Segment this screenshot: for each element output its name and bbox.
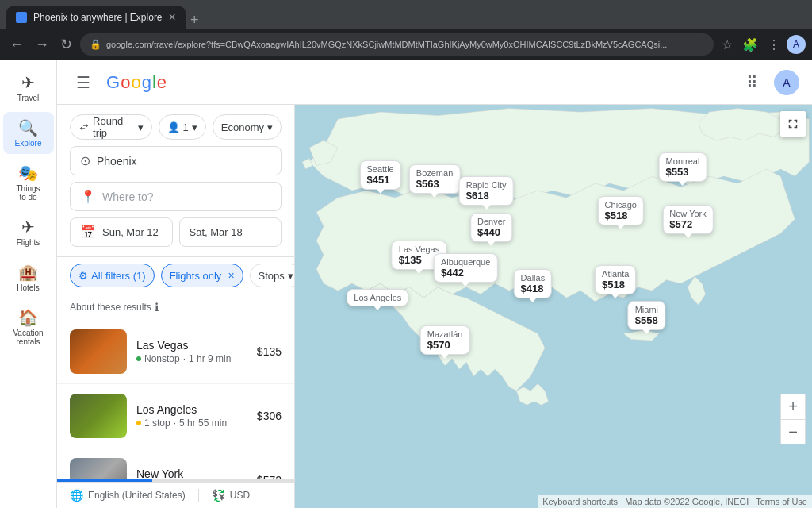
- zoom-out-btn[interactable]: −: [780, 419, 806, 444]
- flight-price-new-york: $572: [257, 474, 282, 479]
- map-pin-rapid-city[interactable]: Rapid City $618: [459, 176, 514, 206]
- tab-title: Phoenix to anywhere | Explore: [33, 12, 163, 23]
- sidebar-label-things-to-do: Things to do: [13, 184, 44, 202]
- travelers-chevron: ▾: [192, 121, 197, 133]
- map-pin-new-york[interactable]: New York $572: [662, 205, 713, 234]
- extensions-icon[interactable]: 🧩: [739, 34, 761, 56]
- sidebar-item-hotels[interactable]: 🏨 Hotels: [3, 256, 54, 298]
- sidebar-item-explore[interactable]: 🔍 Explore: [3, 112, 54, 154]
- pin-city-montreal: Montreal: [666, 156, 700, 166]
- map-pin-mazatlan[interactable]: Mazatlán $570: [420, 325, 470, 355]
- new-tab-btn[interactable]: +: [186, 12, 204, 29]
- currency-selector[interactable]: 💱 USD: [212, 489, 250, 502]
- map-controls: [780, 111, 806, 137]
- sidebar-item-vacation-rentals[interactable]: 🏠 Vacation rentals: [3, 302, 54, 352]
- pin-city-new-york: New York: [669, 209, 706, 218]
- map-pin-miami[interactable]: Miami $558: [628, 301, 665, 330]
- map-pin-los-angeles[interactable]: Los Angeles: [347, 289, 408, 306]
- things-to-do-icon: 🎭: [18, 164, 38, 183]
- address-bar[interactable]: 🔒 google.com/travel/explore?tfs=CBwQAxoa…: [80, 33, 714, 56]
- all-filters-btn[interactable]: ⚙ All filters (1): [70, 264, 155, 287]
- date-start-field[interactable]: 📅 Sun, Mar 12: [70, 217, 173, 247]
- roundtrip-icon: [79, 121, 90, 133]
- app-container: ✈ Travel 🔍 Explore 🎭 Things to do ✈ Flig…: [0, 60, 812, 508]
- map-pin-chicago[interactable]: Chicago $518: [598, 196, 644, 225]
- map-pin-montreal[interactable]: Montreal $553: [659, 152, 707, 182]
- stops-btn[interactable]: Stops ▾: [250, 264, 294, 287]
- filter-bar: ⚙ All filters (1) Flights only × Stops ▾: [57, 257, 294, 294]
- pin-city-las-vegas: Las Vegas: [399, 244, 439, 254]
- back-btn[interactable]: ←: [6, 33, 27, 56]
- flight-info-los-angeles: Los Angeles 1 stop · 5 hr 55 min: [136, 403, 247, 429]
- google-apps-btn[interactable]: ⠿: [740, 67, 764, 98]
- reload-btn[interactable]: ↻: [57, 33, 75, 56]
- sidebar-item-travel[interactable]: ✈ Travel: [3, 67, 54, 109]
- content-row: Round trip ▾ 👤 1 ▾ Economy ▾: [57, 105, 812, 508]
- duration-las-vegas: 1 hr 9 min: [189, 353, 231, 364]
- cabin-class-label: Economy: [221, 121, 264, 133]
- forward-btn[interactable]: →: [32, 33, 52, 56]
- hotels-icon: 🏨: [18, 263, 38, 282]
- language-selector[interactable]: 🌐 English (United States): [70, 489, 186, 502]
- results-header: About these results ℹ: [57, 294, 294, 320]
- pin-price-miami: $558: [635, 314, 658, 326]
- origin-icon: ⊙: [80, 153, 90, 168]
- destination-field[interactable]: 📍 Where to?: [70, 182, 282, 211]
- map-fullscreen-btn[interactable]: [780, 111, 806, 137]
- language-label: English (United States): [88, 490, 186, 501]
- logo-g2: g: [142, 72, 151, 93]
- flights-icon: ✈: [21, 217, 35, 237]
- pin-price-bozeman: $563: [416, 178, 453, 190]
- hamburger-menu[interactable]: ☰: [70, 67, 97, 98]
- currency-icon: 💱: [212, 489, 225, 502]
- cabin-class-dropdown[interactable]: Economy ▾: [213, 114, 282, 140]
- profile-avatar[interactable]: A: [787, 35, 806, 54]
- flight-card-los-angeles[interactable]: Los Angeles 1 stop · 5 hr 55 min $306: [57, 384, 294, 448]
- attribution-text: Keyboard shortcuts Map data ©2022 Google…: [542, 497, 807, 506]
- main-content: ☰ Google ⠿ A Round trip ▾: [57, 60, 812, 508]
- map-pin-dallas[interactable]: Dallas $418: [514, 269, 553, 298]
- map-pin-denver[interactable]: Denver $440: [470, 213, 512, 242]
- flights-only-btn[interactable]: Flights only ×: [161, 264, 243, 287]
- trip-type-dropdown[interactable]: Round trip ▾: [70, 114, 152, 140]
- pin-price-montreal: $553: [666, 166, 700, 178]
- map-pin-atlanta[interactable]: Atlanta $518: [595, 265, 636, 294]
- flights-only-label: Flights only: [170, 270, 222, 282]
- calendar-icon: 📅: [80, 225, 96, 240]
- logo-e: e: [157, 72, 167, 93]
- flights-only-close[interactable]: ×: [228, 269, 234, 282]
- info-icon[interactable]: ℹ: [155, 301, 159, 314]
- user-avatar[interactable]: A: [774, 70, 799, 95]
- fullscreen-icon: [786, 117, 800, 131]
- more-icon[interactable]: ⋮: [764, 34, 783, 56]
- map-pin-albuquerque[interactable]: Albuquerque $442: [434, 253, 497, 283]
- vacation-rentals-icon: 🏠: [18, 308, 38, 327]
- travelers-dropdown[interactable]: 👤 1 ▾: [159, 114, 206, 140]
- sidebar-item-flights[interactable]: ✈ Flights: [3, 211, 54, 253]
- browser-tab-active[interactable]: Phoenix to anywhere | Explore ×: [6, 6, 186, 29]
- pin-city-rapid-city: Rapid City: [466, 180, 507, 190]
- tab-close-btn[interactable]: ×: [169, 10, 176, 25]
- sidebar-label-travel: Travel: [17, 94, 39, 102]
- footer-divider: [198, 489, 199, 502]
- sidebar-item-things-to-do[interactable]: 🎭 Things to do: [3, 157, 54, 208]
- flight-card-las-vegas[interactable]: Las Vegas Nonstop · 1 hr 9 min $135: [57, 320, 294, 384]
- pin-price-dallas: $418: [521, 283, 546, 294]
- flight-info-las-vegas: Las Vegas Nonstop · 1 hr 9 min: [136, 339, 247, 364]
- cabin-class-chevron: ▾: [267, 121, 273, 133]
- logo-g: G: [106, 72, 120, 93]
- date-end-field[interactable]: Sat, Mar 18: [179, 217, 282, 247]
- flight-price-las-vegas: $135: [257, 345, 282, 358]
- travel-icon: ✈: [21, 73, 35, 92]
- map-pin-bozeman[interactable]: Bozeman $563: [409, 164, 460, 194]
- origin-field[interactable]: ⊙ Phoenix: [70, 146, 282, 175]
- sidebar-label-explore: Explore: [15, 139, 42, 148]
- pin-price-atlanta: $518: [602, 279, 629, 291]
- lock-icon: 🔒: [90, 39, 102, 50]
- map-area: Seattle $451 Bozeman $563 Rapid City $61…: [295, 105, 812, 508]
- bookmark-icon[interactable]: ☆: [718, 34, 736, 56]
- stop-indicator-los-angeles: [136, 421, 141, 425]
- zoom-in-btn[interactable]: +: [780, 394, 806, 419]
- flight-card-new-york[interactable]: New York 1 stop · 4 hr 37 min $572: [57, 448, 294, 479]
- map-pin-seattle[interactable]: Seattle $451: [359, 160, 400, 190]
